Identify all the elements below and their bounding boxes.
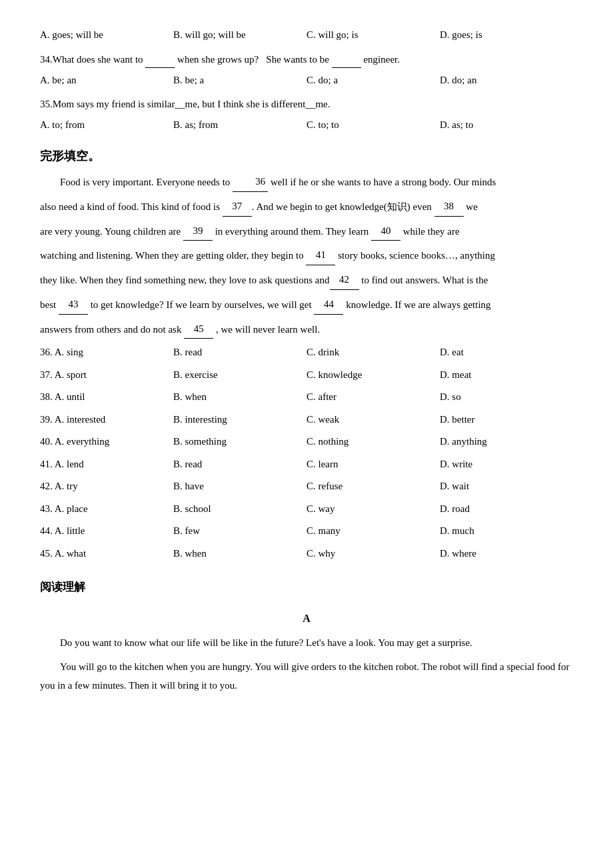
passage-line-4: watching and listening. When they are ge… (40, 246, 573, 265)
ans-40c: C. nothing (306, 433, 440, 451)
ans-45b: B. when (173, 545, 306, 563)
ans-36d: D. eat (440, 344, 573, 361)
ans-36a: 36. A. sing (40, 344, 173, 361)
ans-43a: 43. A. place (40, 501, 173, 518)
reading-para-2: You will go to the kitchen when you are … (40, 658, 573, 695)
options-row-34: A. be; an B. be; a C. do; a D. do; an (40, 72, 573, 89)
passage-line-6: best 43 to get knowledge? If we learn by… (40, 295, 573, 315)
option-35b: B. as; from (173, 117, 306, 134)
blank-42: 42 (330, 271, 359, 290)
ans-45a: 45. A. what (40, 545, 173, 563)
answer-row-36: 36. A. sing B. read C. drink D. eat (40, 344, 573, 361)
reading-para-1: Do you want to know what our life will b… (40, 634, 573, 653)
passage-line-1: Food is very important. Everyone needs t… (40, 173, 573, 192)
options-row-35: A. to; from B. as; from C. to; to D. as;… (40, 117, 573, 134)
blank-34a (145, 51, 175, 69)
blank-41: 41 (306, 246, 335, 265)
question-35: 35.Mom says my friend is similar__me, bu… (40, 96, 573, 113)
ans-37c: C. knowledge (306, 367, 440, 384)
blank-36: 36 (233, 173, 268, 192)
ans-39a: 39. A. interested (40, 411, 173, 429)
ans-42b: B. have (173, 478, 306, 495)
ans-37a: 37. A. sport (40, 367, 173, 384)
ans-41a: 41. A. lend (40, 456, 173, 473)
ans-44a: 44. A. little (40, 523, 173, 540)
ans-39b: B. interesting (173, 411, 306, 429)
option-b-willgo-willbe: B. will go; will be (173, 27, 306, 44)
answer-row-37: 37. A. sport B. exercise C. knowledge D.… (40, 367, 573, 384)
option-34c: C. do; a (306, 72, 440, 89)
answer-row-40: 40. A. everything B. something C. nothin… (40, 433, 573, 451)
ans-36b: B. read (173, 344, 306, 361)
blank-45: 45 (184, 320, 213, 339)
passage-line-5: they like. When they find something new,… (40, 271, 573, 290)
answer-row-41: 41. A. lend B. read C. learn D. write (40, 456, 573, 473)
ans-38d: D. so (440, 389, 573, 406)
ans-44b: B. few (173, 523, 306, 540)
ans-37d: D. meat (440, 367, 573, 384)
ans-42d: D. wait (440, 478, 573, 495)
blank-40: 40 (371, 222, 400, 241)
ans-41c: C. learn (306, 456, 440, 473)
blank-37: 37 (223, 197, 252, 217)
ans-41b: B. read (173, 456, 306, 473)
answer-row-38: 38. A. until B. when C. after D. so (40, 389, 573, 406)
option-35a: A. to; from (40, 117, 173, 134)
answer-row-42: 42. A. try B. have C. refuse D. wait (40, 478, 573, 495)
option-35c: C. to; to (306, 117, 440, 134)
ans-42c: C. refuse (306, 478, 440, 495)
ans-45c: C. why (306, 545, 440, 563)
blank-44: 44 (314, 295, 343, 315)
option-34b: B. be; a (173, 72, 306, 89)
ans-38b: B. when (173, 389, 306, 406)
ans-38c: C. after (306, 389, 440, 406)
passage-line-3: are very young. Young children are 39 in… (40, 222, 573, 241)
ans-42a: 42. A. try (40, 478, 173, 495)
ans-39d: D. better (440, 411, 573, 429)
ans-41d: D. write (440, 456, 573, 473)
reading-sub-title-a: A (40, 609, 573, 627)
option-34d: D. do; an (440, 72, 573, 89)
ans-39c: C. weak (306, 411, 440, 429)
ans-43c: C. way (306, 501, 440, 518)
ans-40b: B. something (173, 433, 306, 451)
option-35d: D. as; to (440, 117, 573, 134)
ans-36c: C. drink (306, 344, 440, 361)
blank-38: 38 (434, 197, 464, 217)
section-reading-title: 阅读理解 (40, 578, 573, 597)
passage-line-2: also need a kind of food. This kind of f… (40, 197, 573, 217)
ans-44c: C. many (306, 523, 440, 540)
option-d-goes-is: D. goes; is (440, 27, 573, 44)
option-c-willgo-is: C. will go; is (306, 27, 440, 44)
ans-37b: B. exercise (173, 367, 306, 384)
ans-40a: 40. A. everything (40, 433, 173, 451)
blank-43: 43 (59, 295, 88, 315)
answer-row-45: 45. A. what B. when C. why D. where (40, 545, 573, 563)
option-a-goes: A. goes; will be (40, 27, 173, 44)
answer-row-43: 43. A. place B. school C. way D. road (40, 501, 573, 518)
blank-34b (332, 51, 361, 69)
options-row-a: A. goes; will be B. will go; will be C. … (40, 27, 573, 44)
blank-39: 39 (183, 222, 213, 241)
ans-43b: B. school (173, 501, 306, 518)
answer-row-39: 39. A. interested B. interesting C. weak… (40, 411, 573, 429)
option-34a: A. be; an (40, 72, 173, 89)
ans-45d: D. where (440, 545, 573, 563)
ans-43d: D. road (440, 501, 573, 518)
question-34: 34.What does she want to when she grows … (40, 51, 573, 69)
passage-line-7: answers from others and do not ask 45 , … (40, 320, 573, 339)
ans-44d: D. much (440, 523, 573, 540)
answer-row-44: 44. A. little B. few C. many D. much (40, 523, 573, 540)
ans-40d: D. anything (440, 433, 573, 451)
ans-38a: 38. A. until (40, 389, 173, 406)
section-cloze-title: 完形填空。 (40, 146, 573, 167)
